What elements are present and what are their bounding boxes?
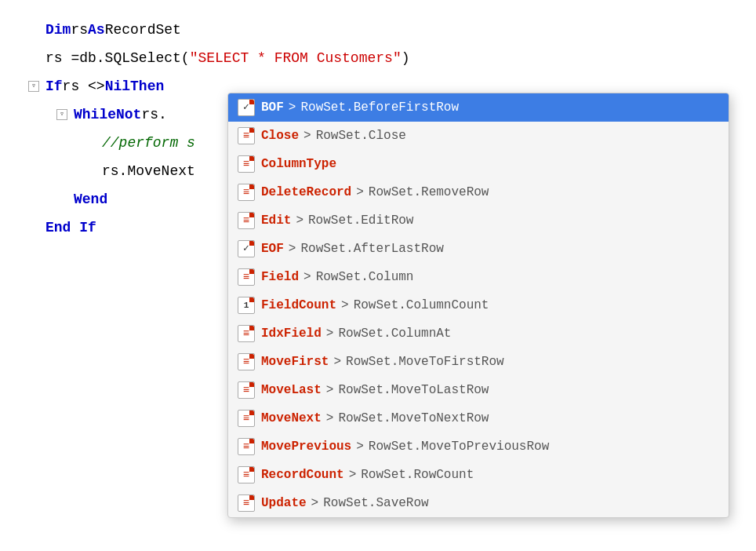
ac-name-columntype: ColumnType	[261, 155, 336, 173]
ac-arrow-moveprevious: >	[356, 437, 364, 456]
ac-arrow-movefirst: >	[333, 352, 341, 371]
ac-item-movelast[interactable]: ≡MoveLast>RowSet.MoveToLastRow	[228, 376, 729, 404]
ac-icon-movefirst: ≡	[238, 353, 255, 370]
ac-item-moveprevious[interactable]: ≡MovePrevious>RowSet.MoveToPreviousRow	[228, 432, 729, 461]
ac-name-fieldcount: FieldCount	[261, 296, 336, 315]
ac-icon-update: ≡	[238, 494, 255, 512]
ac-name-update: Update	[261, 494, 307, 513]
keyword-then: Then	[130, 75, 164, 98]
ac-arrow-field: >	[303, 268, 311, 286]
ac-target-movefirst: RowSet.MoveToFirstRow	[346, 352, 504, 371]
ac-item-update[interactable]: ≡Update>RowSet.SaveRow	[228, 489, 729, 517]
ac-icon-close: ≡	[238, 127, 255, 144]
ac-arrow-movenext: >	[326, 409, 334, 428]
ac-target-fieldcount: RowSet.ColumnCount	[354, 296, 489, 315]
code-line-1: Dim rs As RecordSet	[16, 16, 756, 44]
ac-item-columntype[interactable]: ≡ColumnType	[228, 150, 729, 178]
ac-item-recordcount[interactable]: ≡RecordCount>RowSet.RowCount	[228, 461, 729, 489]
ac-icon-columntype: ≡	[238, 155, 255, 173]
rs-dot: rs.	[141, 104, 166, 126]
keyword-not: Not	[116, 104, 141, 126]
ac-icon-field: ≡	[238, 268, 255, 286]
rs-assign: rs =db.SQLSelect(	[45, 47, 190, 70]
comment-perform: //perform s	[102, 132, 195, 155]
ac-target-eof: RowSet.AfterLastRow	[300, 239, 443, 258]
ac-arrow-fieldcount: >	[341, 296, 349, 315]
ac-icon-recordcount: ≡	[238, 466, 255, 483]
keyword-as: As	[88, 19, 105, 42]
autocomplete-dropdown[interactable]: ✓BOF>RowSet.BeforeFirstRow≡Close>RowSet.…	[227, 93, 729, 518]
gutter-4: ▿	[44, 109, 67, 120]
ac-arrow-eof: >	[289, 239, 296, 258]
ac-arrow-close: >	[303, 126, 311, 145]
keyword-if: If	[45, 75, 63, 98]
ac-item-bof[interactable]: ✓BOF>RowSet.BeforeFirstRow	[228, 93, 729, 122]
ac-name-bof: BOF	[261, 98, 284, 117]
ac-icon-moveprevious: ≡	[238, 438, 255, 455]
ac-name-recordcount: RecordCount	[261, 465, 344, 484]
ac-target-field: RowSet.Column	[316, 268, 414, 286]
ac-icon-movelast: ≡	[238, 381, 255, 399]
ac-target-moveprevious: RowSet.MoveToPreviousRow	[369, 437, 549, 456]
ac-icon-edit: ≡	[238, 212, 255, 229]
ac-target-movelast: RowSet.MoveToLastRow	[338, 381, 489, 400]
ac-item-fieldcount[interactable]: 1FieldCount>RowSet.ColumnCount	[228, 291, 729, 319]
ac-item-movefirst[interactable]: ≡MoveFirst>RowSet.MoveToFirstRow	[228, 348, 729, 376]
ac-arrow-deleterecord: >	[356, 183, 364, 202]
ac-name-idxfield: IdxField	[261, 324, 322, 343]
ac-target-update: RowSet.SaveRow	[323, 494, 428, 513]
keyword-end-if: End If	[45, 217, 96, 239]
ac-arrow-bof: >	[289, 98, 296, 117]
ac-icon-idxfield: ≡	[238, 325, 255, 342]
ac-name-movelast: MoveLast	[261, 381, 322, 400]
var-rs: rs	[71, 19, 88, 42]
rs-cond: rs <>	[63, 75, 105, 98]
ac-name-close: Close	[261, 126, 299, 145]
ac-item-close[interactable]: ≡Close>RowSet.Close	[228, 122, 729, 150]
ac-icon-bof: ✓	[238, 99, 255, 116]
ac-name-eof: EOF	[261, 239, 284, 258]
ac-target-bof: RowSet.BeforeFirstRow	[300, 98, 459, 117]
ac-target-close: RowSet.Close	[316, 126, 406, 145]
ac-name-moveprevious: MovePrevious	[261, 437, 351, 456]
ac-name-field: Field	[261, 268, 299, 286]
ac-arrow-idxfield: >	[326, 324, 334, 343]
ac-item-deleterecord[interactable]: ≡DeleteRecord>RowSet.RemoveRow	[228, 178, 729, 206]
ac-arrow-edit: >	[296, 211, 303, 230]
ac-item-movenext[interactable]: ≡MoveNext>RowSet.MoveToNextRow	[228, 404, 729, 432]
ac-icon-eof: ✓	[238, 240, 255, 257]
rs-movenext: rs.MoveNext	[102, 160, 195, 183]
string-select: "SELECT * FROM Customers"	[190, 47, 402, 70]
ac-name-movefirst: MoveFirst	[261, 352, 329, 371]
ac-item-edit[interactable]: ≡Edit>RowSet.EditRow	[228, 206, 729, 235]
paren-close: )	[402, 47, 410, 70]
fold-icon-3[interactable]: ▿	[28, 81, 39, 92]
ac-item-field[interactable]: ≡Field>RowSet.Column	[228, 263, 729, 291]
keyword-wend: Wend	[74, 188, 107, 211]
ac-target-deleterecord: RowSet.RemoveRow	[369, 183, 489, 202]
ac-arrow-recordcount: >	[349, 465, 357, 484]
ac-item-idxfield[interactable]: ≡IdxField>RowSet.ColumnAt	[228, 319, 729, 348]
ac-target-movenext: RowSet.MoveToNextRow	[338, 409, 489, 428]
code-line-2: rs =db.SQLSelect("SELECT * FROM Customer…	[16, 44, 756, 72]
ac-icon-movenext: ≡	[238, 410, 255, 427]
ac-target-edit: RowSet.EditRow	[308, 211, 413, 230]
ac-item-eof[interactable]: ✓EOF>RowSet.AfterLastRow	[228, 235, 729, 263]
ac-icon-fieldcount: 1	[238, 297, 255, 314]
ac-name-edit: Edit	[261, 211, 291, 230]
type-recordset: RecordSet	[105, 19, 181, 42]
ac-arrow-movelast: >	[326, 381, 334, 400]
keyword-while: While	[74, 104, 116, 126]
ac-name-deleterecord: DeleteRecord	[261, 183, 351, 202]
gutter-3: ▿	[16, 81, 39, 92]
ac-target-recordcount: RowSet.RowCount	[361, 465, 474, 484]
keyword-nil: Nil	[105, 75, 130, 98]
ac-target-idxfield: RowSet.ColumnAt	[338, 324, 451, 343]
ac-name-movenext: MoveNext	[261, 409, 322, 428]
ac-icon-deleterecord: ≡	[238, 184, 255, 201]
ac-arrow-update: >	[311, 494, 319, 513]
fold-icon-4[interactable]: ▿	[56, 109, 67, 120]
keyword-dim: Dim	[45, 19, 71, 42]
